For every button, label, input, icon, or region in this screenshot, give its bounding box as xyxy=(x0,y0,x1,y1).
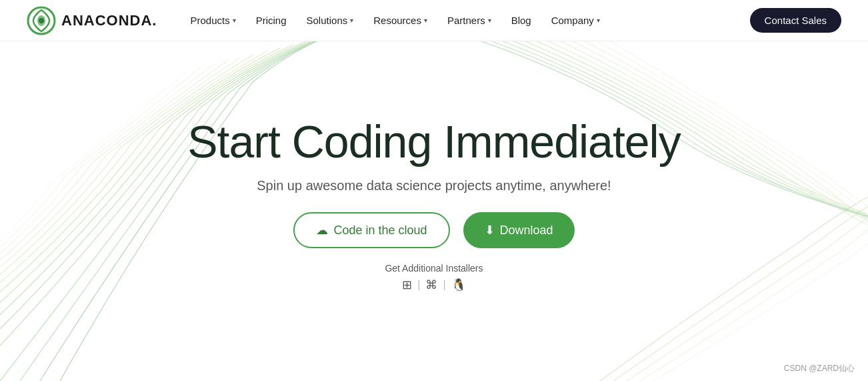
watermark: CSDN @ZARD仙心 xyxy=(784,363,855,374)
download-icon: ⬇ xyxy=(485,223,495,238)
installer-icons: ⊞ | ⌘ | 🐧 xyxy=(402,278,465,292)
chevron-down-icon: ▾ xyxy=(424,17,427,24)
navbar: ANACONDA. Products ▾ Pricing Solutions ▾… xyxy=(0,0,868,41)
hero-subtitle: Spin up awesome data science projects an… xyxy=(257,178,611,194)
code-in-cloud-button[interactable]: ☁ Code in the cloud xyxy=(293,212,449,248)
logo[interactable]: ANACONDA. xyxy=(27,6,157,35)
nav-item-pricing[interactable]: Pricing xyxy=(247,9,296,31)
logo-text: ANACONDA. xyxy=(61,12,157,29)
chevron-down-icon: ▾ xyxy=(488,17,491,24)
apple-icon[interactable]: ⌘ xyxy=(425,278,437,292)
hero-title: Start Coding Immediately xyxy=(187,117,680,167)
additional-installers: Get Additional Installers ⊞ | ⌘ | 🐧 xyxy=(385,263,483,292)
nav-item-company[interactable]: Company ▾ xyxy=(542,9,609,31)
linux-icon[interactable]: 🐧 xyxy=(451,278,466,292)
separator-1: | xyxy=(417,279,420,291)
chevron-down-icon: ▾ xyxy=(350,17,353,24)
contact-sales-button[interactable]: Contact Sales xyxy=(750,8,841,33)
hero-content: Start Coding Immediately Spin up awesome… xyxy=(187,117,680,293)
nav-item-products[interactable]: Products ▾ xyxy=(181,9,245,31)
anaconda-logo-icon xyxy=(27,6,56,35)
chevron-down-icon: ▾ xyxy=(597,17,600,24)
svg-point-2 xyxy=(39,18,44,23)
nav-item-resources[interactable]: Resources ▾ xyxy=(364,9,437,31)
nav-item-partners[interactable]: Partners ▾ xyxy=(438,9,501,31)
hero-section: Start Coding Immediately Spin up awesome… xyxy=(0,41,868,381)
nav-item-solutions[interactable]: Solutions ▾ xyxy=(297,9,363,31)
cloud-icon: ☁ xyxy=(316,223,328,238)
download-button[interactable]: ⬇ Download xyxy=(463,212,575,248)
chevron-down-icon: ▾ xyxy=(233,17,236,24)
separator-2: | xyxy=(443,279,445,291)
nav-links: Products ▾ Pricing Solutions ▾ Resources… xyxy=(181,9,749,31)
windows-icon[interactable]: ⊞ xyxy=(402,278,412,292)
nav-item-blog[interactable]: Blog xyxy=(502,9,541,31)
additional-installers-label: Get Additional Installers xyxy=(385,263,483,274)
hero-buttons: ☁ Code in the cloud ⬇ Download xyxy=(293,212,574,248)
